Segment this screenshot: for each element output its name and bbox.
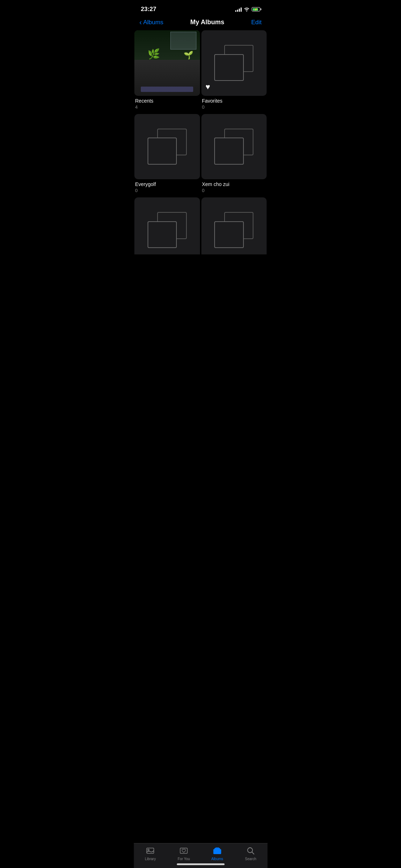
status-time: 23:27 — [141, 6, 156, 13]
album-name-recents: Recents — [134, 98, 200, 104]
album-item-xemchozui[interactable]: Xem cho zui 0 — [201, 114, 267, 196]
album-thumb-gianco — [134, 197, 200, 254]
battery-icon: ⚡ — [252, 7, 260, 11]
signal-bars-icon — [235, 7, 242, 12]
album-item-recents[interactable]: 🌿 🌱 Recents 4 — [134, 30, 200, 113]
album-stack-icon — [214, 45, 253, 81]
edit-button[interactable]: Edit — [251, 19, 262, 26]
album-count-everygolf: 0 — [134, 188, 200, 193]
status-icons: ⚡ — [235, 7, 260, 12]
album-thumb-meovat — [201, 197, 267, 254]
album-stack-icon-4 — [148, 212, 187, 248]
albums-grid: 🌿 🌱 Recents 4 ♥ Favorites 0 — [134, 30, 267, 254]
album-count-favorites: 0 — [201, 104, 267, 110]
album-item-meovat[interactable]: Mẹo vặt 0 — [201, 197, 267, 254]
album-item-favorites[interactable]: ♥ Favorites 0 — [201, 30, 267, 113]
back-button[interactable]: ‹ Albums — [139, 19, 163, 26]
album-stack-icon-3 — [214, 129, 253, 165]
album-name-xemchozui: Xem cho zui — [201, 181, 267, 187]
album-count-recents: 4 — [134, 104, 200, 110]
back-label: Albums — [143, 19, 164, 26]
album-thumb-xemchozui — [201, 114, 267, 180]
nav-bar: ‹ Albums My Albums Edit — [134, 16, 267, 30]
album-stack-icon-2 — [148, 129, 187, 165]
wifi-icon — [244, 7, 250, 11]
page-title: My Albums — [190, 19, 224, 26]
album-thumb-favorites: ♥ — [201, 30, 267, 96]
album-name-everygolf: Everygolf — [134, 181, 200, 187]
album-item-everygolf[interactable]: Everygolf 0 — [134, 114, 200, 196]
album-name-favorites: Favorites — [201, 98, 267, 104]
chevron-left-icon: ‹ — [139, 19, 142, 26]
album-thumb-everygolf — [134, 114, 200, 180]
album-item-gianco[interactable]: Giãn cơ 0 — [134, 197, 200, 254]
album-count-xemchozui: 0 — [201, 188, 267, 193]
heart-icon: ♥ — [206, 82, 210, 92]
album-thumb-recents: 🌿 🌱 — [134, 30, 200, 96]
album-stack-icon-5 — [214, 212, 253, 248]
status-bar: 23:27 ⚡ — [134, 0, 267, 16]
